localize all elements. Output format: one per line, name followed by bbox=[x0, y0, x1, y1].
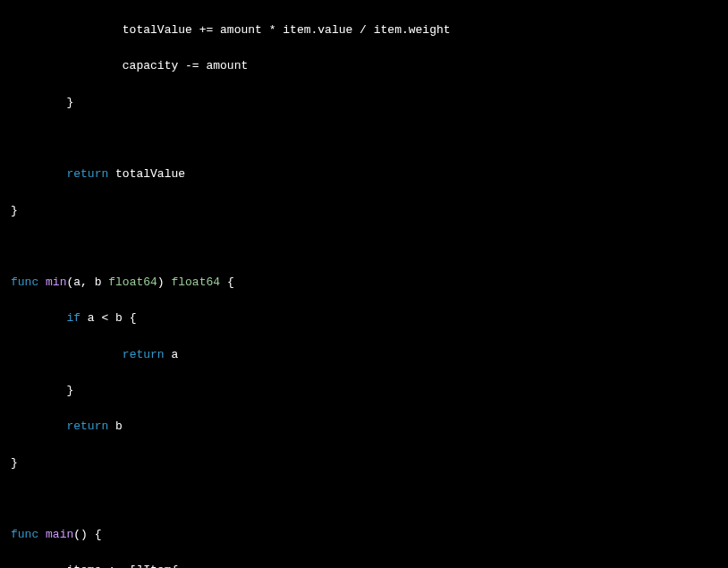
code-block: totalValue += amount * item.value / item… bbox=[0, 0, 728, 568]
code-line: } bbox=[0, 382, 728, 400]
code-line: return a bbox=[0, 346, 728, 364]
code-line: return b bbox=[0, 418, 728, 436]
code-line: } bbox=[0, 202, 728, 220]
code-line bbox=[0, 130, 728, 148]
code-line: if a < b { bbox=[0, 309, 728, 327]
code-line: items := []Item{ bbox=[0, 562, 728, 568]
code-line bbox=[0, 490, 728, 508]
code-line: capacity -= amount bbox=[0, 57, 728, 75]
code-line: } bbox=[0, 454, 728, 472]
code-line: func main() { bbox=[0, 526, 728, 544]
code-line bbox=[0, 238, 728, 256]
code-line: totalValue += amount * item.value / item… bbox=[0, 21, 728, 39]
code-line: func min(a, b float64) float64 { bbox=[0, 274, 728, 292]
code-line: } bbox=[0, 94, 728, 112]
code-line: return totalValue bbox=[0, 165, 728, 183]
